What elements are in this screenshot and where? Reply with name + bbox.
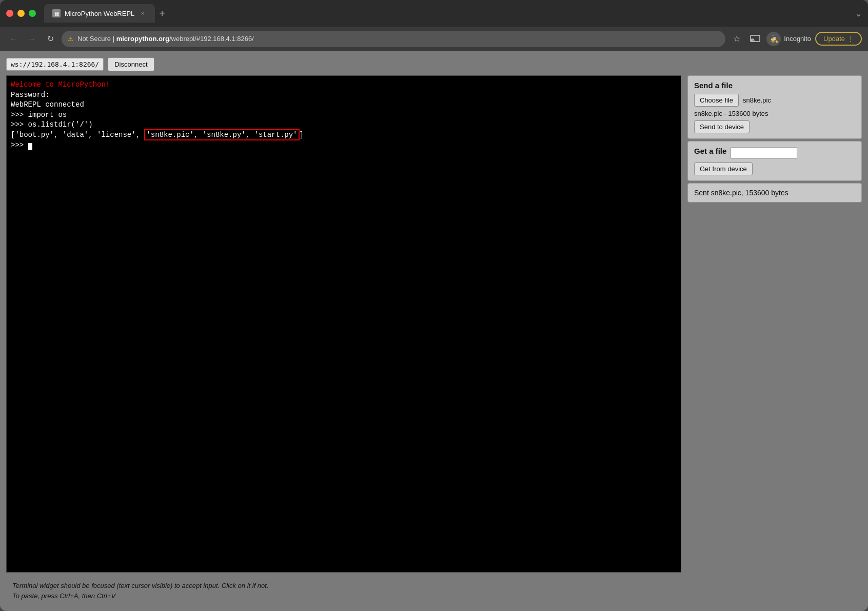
send-file-title: Send a file	[694, 81, 855, 90]
tab-bar: ▦ MicroPython WebREPL × + ⌄	[44, 4, 862, 23]
send-file-row1: Choose file sn8ke.pic	[694, 94, 855, 107]
terminal-line-connected: WebREPL connected	[11, 100, 677, 110]
terminal-line-password: Password:	[11, 90, 677, 100]
maximize-button[interactable]	[29, 10, 36, 17]
bottom-hint: Terminal widget should be focused (text …	[6, 577, 862, 605]
forward-button[interactable]: →	[25, 32, 39, 46]
active-tab[interactable]: ▦ MicroPython WebREPL ×	[44, 4, 155, 23]
traffic-lights	[6, 10, 36, 17]
get-btn-row: Get from device	[694, 162, 855, 175]
page-content: ws://192.168.4.1:8266/ Disconnect Welcom…	[0, 51, 868, 611]
nav-right: ☆ 🕵 Incognito Update ⋮	[729, 32, 862, 46]
incognito-icon: 🕵	[766, 32, 781, 46]
tab-favicon: ▦	[52, 9, 61, 17]
highlighted-files: 'sn8ke.pic', 'sn8ke.py', 'start.py'	[144, 129, 299, 140]
get-file-row: Get a file	[694, 147, 855, 159]
menu-dots: ⋮	[847, 35, 854, 43]
security-warning-icon: ⚠	[68, 35, 73, 43]
repl-area: ws://192.168.4.1:8266/ Disconnect Welcom…	[0, 51, 868, 611]
terminal-line-listdir: >>> os.listdir('/')	[11, 120, 677, 130]
tab-close-button[interactable]: ×	[139, 9, 147, 17]
main-row: Welcome to MicroPython! Password: WebREP…	[6, 75, 862, 573]
close-button[interactable]	[6, 10, 13, 17]
status-section: Sent sn8ke.pic, 153600 bytes	[687, 183, 862, 202]
new-tab-button[interactable]: +	[155, 8, 169, 19]
navbar: ← → ↻ ⚠ Not Secure | micropython.org/web…	[0, 27, 868, 51]
reload-button[interactable]: ↻	[43, 32, 57, 46]
get-file-input[interactable]	[731, 147, 797, 159]
terminal-line-prompt: >>>	[11, 140, 677, 151]
update-button[interactable]: Update ⋮	[815, 32, 862, 46]
incognito-label: Incognito	[784, 35, 811, 43]
tab-overflow-button[interactable]: ⌄	[855, 9, 862, 18]
send-filename: sn8ke.pic	[743, 96, 771, 104]
right-panel: Send a file Choose file sn8ke.pic sn8ke.…	[687, 75, 862, 573]
get-file-section: Get a file Get from device	[687, 141, 862, 181]
browser-window: ▦ MicroPython WebREPL × + ⌄ ← → ↻ ⚠ Not …	[0, 0, 868, 611]
status-text: Sent sn8ke.pic, 153600 bytes	[694, 189, 788, 197]
send-file-section: Send a file Choose file sn8ke.pic sn8ke.…	[687, 75, 862, 139]
repl-toolbar: ws://192.168.4.1:8266/ Disconnect	[6, 57, 862, 71]
tab-title: MicroPython WebREPL	[65, 10, 134, 17]
send-to-device-button[interactable]: Send to device	[694, 120, 749, 133]
bookmark-button[interactable]: ☆	[729, 32, 744, 46]
get-from-device-button[interactable]: Get from device	[694, 162, 753, 175]
get-file-title: Get a file	[694, 147, 726, 155]
choose-file-button[interactable]: Choose file	[694, 94, 739, 107]
disconnect-button[interactable]: Disconnect	[108, 57, 154, 71]
address-bar[interactable]: ⚠ Not Secure | micropython.org/webrepl/#…	[62, 31, 725, 47]
hint-line1: Terminal widget should be focused (text …	[12, 581, 856, 591]
ws-address: ws://192.168.4.1:8266/	[6, 58, 104, 71]
terminal-line-welcome: Welcome to MicroPython!	[11, 80, 677, 90]
terminal[interactable]: Welcome to MicroPython! Password: WebREP…	[6, 75, 681, 573]
titlebar: ▦ MicroPython WebREPL × + ⌄	[0, 0, 868, 27]
terminal-line-result: ['boot.py', 'data', 'license', 'sn8ke.pi…	[11, 130, 677, 140]
send-btn-row: Send to device	[694, 120, 855, 133]
terminal-cursor	[28, 143, 32, 150]
security-text: Not Secure | micropython.org/webrepl/#19…	[77, 35, 254, 43]
hint-line2: To paste, press Ctrl+A, then Ctrl+V	[12, 591, 856, 601]
send-file-size: sn8ke.pic - 153600 bytes	[694, 110, 855, 117]
terminal-line-import: >>> import os	[11, 110, 677, 120]
back-button[interactable]: ←	[6, 32, 21, 46]
minimize-button[interactable]	[17, 10, 25, 17]
incognito-badge: 🕵 Incognito	[766, 32, 811, 46]
cast-button[interactable]	[748, 32, 762, 46]
